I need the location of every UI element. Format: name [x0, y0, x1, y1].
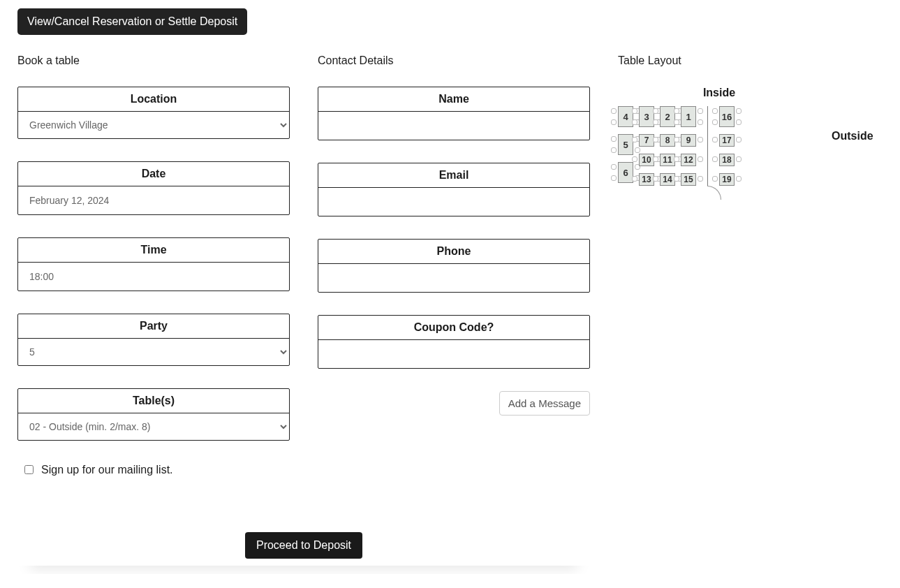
date-field: Date February 12, 2024: [17, 161, 290, 215]
chair-icon: [712, 119, 718, 125]
table-6[interactable]: 6: [618, 162, 633, 183]
chair-icon: [632, 108, 637, 114]
chair-icon: [674, 137, 679, 142]
email-input[interactable]: [318, 188, 589, 216]
phone-label: Phone: [318, 240, 589, 264]
chair-icon: [611, 175, 617, 181]
chair-icon: [632, 156, 637, 162]
name-label: Name: [318, 87, 589, 112]
chair-icon: [674, 108, 679, 114]
chair-icon: [653, 156, 658, 162]
table-10[interactable]: 10: [639, 154, 654, 166]
name-input[interactable]: [318, 112, 589, 140]
chair-icon: [653, 176, 658, 182]
email-label: Email: [318, 163, 589, 188]
door-icon: [707, 186, 721, 200]
phone-input[interactable]: [318, 264, 589, 292]
tables-label: Table(s): [18, 389, 289, 413]
date-value[interactable]: February 12, 2024: [18, 186, 289, 214]
chair-icon: [698, 108, 703, 114]
inside-label: Inside: [618, 87, 820, 99]
table-1[interactable]: 1: [681, 106, 696, 127]
table-18[interactable]: 18: [719, 154, 735, 166]
chair-icon: [632, 137, 637, 142]
table-9[interactable]: 9: [681, 134, 696, 147]
chair-icon: [611, 108, 617, 114]
coupon-field: Coupon Code?: [318, 315, 590, 369]
table-3[interactable]: 3: [639, 106, 654, 127]
chair-icon: [674, 176, 679, 182]
chair-icon: [736, 119, 742, 125]
chair-icon: [712, 108, 718, 114]
chair-icon: [712, 156, 718, 162]
chair-icon: [653, 137, 658, 142]
view-cancel-button[interactable]: View/Cancel Reservation or Settle Deposi…: [17, 8, 247, 35]
phone-field: Phone: [318, 239, 590, 293]
mailing-label: Sign up for our mailing list.: [41, 464, 173, 476]
chair-icon: [635, 147, 640, 153]
time-value[interactable]: 18:00: [18, 263, 289, 291]
location-label: Location: [18, 87, 289, 112]
party-select[interactable]: 5: [18, 339, 289, 365]
table-2[interactable]: 2: [660, 106, 675, 127]
chair-icon: [632, 119, 637, 125]
proceed-button[interactable]: Proceed to Deposit: [245, 532, 362, 559]
chair-icon: [736, 156, 742, 162]
chair-icon: [736, 176, 742, 182]
table-12[interactable]: 12: [681, 154, 696, 166]
table-11[interactable]: 11: [660, 154, 675, 166]
table-19[interactable]: 19: [719, 173, 735, 186]
chair-icon: [698, 176, 703, 182]
date-label: Date: [18, 162, 289, 186]
chair-icon: [611, 119, 617, 125]
tables-select[interactable]: 02 - Outside (min. 2/max. 8): [18, 413, 289, 440]
tables-field: Table(s) 02 - Outside (min. 2/max. 8): [17, 388, 290, 441]
chair-icon: [674, 119, 679, 125]
table-17[interactable]: 17: [719, 134, 735, 147]
add-message-button[interactable]: Add a Message: [499, 391, 590, 416]
name-field: Name: [318, 87, 590, 140]
layout-title: Table Layout: [618, 54, 883, 67]
table-7[interactable]: 7: [639, 134, 654, 147]
mailing-checkbox[interactable]: [24, 465, 34, 474]
table-15[interactable]: 15: [681, 173, 696, 186]
time-label: Time: [18, 238, 289, 263]
chair-icon: [698, 137, 703, 142]
chair-icon: [653, 119, 658, 125]
chair-icon: [736, 137, 742, 142]
outside-label: Outside: [832, 130, 873, 142]
chair-icon: [611, 136, 617, 142]
table-4[interactable]: 4: [618, 106, 633, 127]
wall-divider: [707, 106, 708, 186]
chair-icon: [698, 119, 703, 125]
coupon-label: Coupon Code?: [318, 316, 589, 340]
table-8[interactable]: 8: [660, 134, 675, 147]
chair-icon: [712, 176, 718, 182]
party-label: Party: [18, 314, 289, 339]
location-field: Location Greenwich Village: [17, 87, 290, 139]
chair-icon: [611, 147, 617, 153]
coupon-input[interactable]: [318, 340, 589, 368]
chair-icon: [674, 156, 679, 162]
chair-icon: [712, 137, 718, 142]
table-16[interactable]: 16: [719, 106, 735, 127]
email-field: Email: [318, 163, 590, 216]
party-field: Party 5: [17, 314, 290, 366]
table-13[interactable]: 13: [639, 173, 654, 186]
table-14[interactable]: 14: [660, 173, 675, 186]
time-field: Time 18:00: [17, 237, 290, 291]
mailing-row[interactable]: Sign up for our mailing list.: [17, 463, 290, 476]
chair-icon: [632, 176, 637, 182]
chair-icon: [736, 108, 742, 114]
contact-title: Contact Details: [318, 54, 590, 67]
location-select[interactable]: Greenwich Village: [18, 112, 289, 138]
chair-icon: [698, 156, 703, 162]
table-layout-diagram: Inside 456 371013 281114 191215 16171819…: [618, 87, 883, 186]
chair-icon: [653, 108, 658, 114]
table-5[interactable]: 5: [618, 134, 633, 155]
book-title: Book a table: [17, 54, 290, 67]
chair-icon: [611, 164, 617, 170]
